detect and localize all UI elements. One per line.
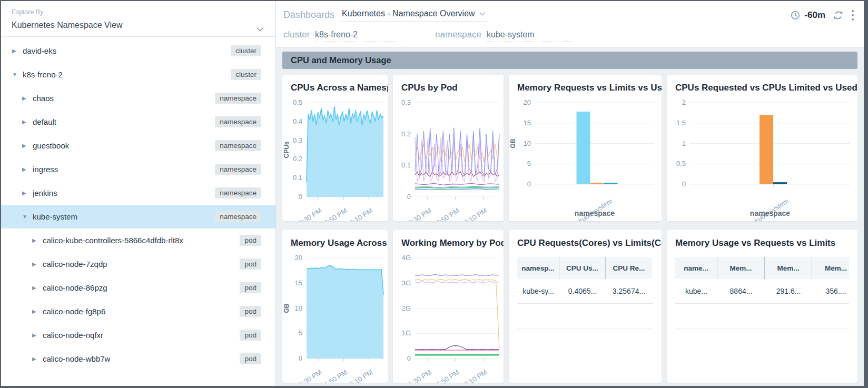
- data-table: name...Mem...Mem...Mem...kube...8864...2…: [675, 257, 849, 329]
- table-column-header[interactable]: Mem...: [812, 257, 849, 279]
- svg-text:0: 0: [682, 180, 686, 188]
- tree-item-ingress[interactable]: ▶ingressnamespace: [1, 157, 275, 181]
- expand-icon[interactable]: ▶: [22, 190, 33, 196]
- chart-card-0[interactable]: CPUs Across a Namespace00.10.20.30.40.5C…: [282, 75, 388, 221]
- expand-icon[interactable]: ▶: [32, 332, 43, 338]
- tree-item-kube-system[interactable]: ▼kube-systemnamespace: [1, 205, 275, 228]
- tree-item-calico-node-86pzg[interactable]: ▶calico-node-86pzgpod: [1, 276, 275, 300]
- chart-body: 01G2G3G4G06:30 PM06:50 PM07:10 PM: [393, 250, 504, 383]
- table-column-header[interactable]: Mem...: [717, 257, 765, 279]
- tree-item-calico-node-7zqdp[interactable]: ▶calico-node-7zqdppod: [1, 252, 275, 276]
- chart-title: Memory Usage Across a Namespace: [282, 230, 388, 250]
- expand-icon[interactable]: ▶: [22, 119, 33, 125]
- svg-text:3G: 3G: [402, 279, 411, 287]
- chart-card-7[interactable]: Memory Usage vs Requests vs Limitsname..…: [667, 230, 857, 383]
- tree-item-jenkins[interactable]: ▶jenkinsnamespace: [1, 181, 275, 205]
- expand-icon[interactable]: ▶: [22, 143, 33, 148]
- expand-icon[interactable]: ▶: [32, 356, 43, 362]
- tree-item-label: default: [33, 117, 56, 126]
- svg-text:10: 10: [295, 304, 302, 312]
- chevron-down-icon: [479, 12, 486, 16]
- tree-item-david-eks[interactable]: ▶david-ekscluster: [1, 39, 275, 63]
- table-cell: 0.4065...: [559, 279, 606, 303]
- svg-text:07:10 PM: 07:10 PM: [345, 206, 374, 221]
- svg-text:0.3: 0.3: [293, 136, 302, 144]
- expand-icon[interactable]: ▶: [12, 48, 23, 54]
- svg-text:5: 5: [527, 160, 531, 167]
- more-menu-button[interactable]: [851, 9, 854, 21]
- scope-cluster-value[interactable]: k8s-freno-2: [315, 30, 403, 42]
- svg-text:1: 1: [682, 140, 686, 147]
- table-cell: 356....: [812, 279, 849, 303]
- expand-icon[interactable]: ▶: [32, 237, 43, 243]
- type-badge: namespace: [215, 93, 261, 104]
- tree-item-guestbook[interactable]: ▶guestbooknamespace: [1, 134, 275, 157]
- scope-namespace: namespace kube-system: [435, 29, 575, 42]
- chart-title: CPU Requests(Cores) vs Limits(Cores): [509, 230, 662, 250]
- chart-body: 00.10.20.306:30 PM06:50 PM07:10 PM: [393, 94, 504, 221]
- chart-card-1[interactable]: CPUs by Pod00.10.20.306:30 PM06:50 PM07:…: [393, 75, 504, 221]
- svg-text:0: 0: [299, 354, 302, 362]
- chart-body: 00.511.52kube-systemnamespace: [667, 94, 857, 221]
- tree-item-default[interactable]: ▶defaultnamespace: [1, 110, 275, 134]
- tree-item-label: kube-system: [33, 212, 77, 221]
- scope-cluster-label: cluster: [283, 29, 310, 40]
- expand-icon[interactable]: ▶: [22, 166, 33, 172]
- tree-item-label: chaos: [33, 94, 54, 103]
- chart-card-2[interactable]: Memory Requests vs Limits vs Usage051015…: [509, 75, 662, 221]
- section-header[interactable]: CPU and Memory Usage: [282, 52, 857, 69]
- time-range-selector[interactable]: -60m: [790, 10, 825, 21]
- type-badge: pod: [240, 353, 261, 364]
- chart-card-3[interactable]: CPUs Requested vs CPUs Limited vs Used00…: [667, 75, 857, 221]
- table-cell: 8864...: [717, 279, 765, 303]
- svg-text:0: 0: [299, 193, 302, 201]
- svg-text:06:30 PM: 06:30 PM: [404, 206, 433, 221]
- expand-icon[interactable]: ▶: [32, 261, 43, 267]
- tree-item-calico-node-fg8p6[interactable]: ▶calico-node-fg8p6pod: [1, 300, 275, 323]
- chart-card-4[interactable]: Memory Usage Across a Namespace05101520G…: [282, 230, 388, 383]
- table-empty-row: [675, 304, 849, 329]
- scope-cluster: cluster k8s-freno-2: [283, 29, 403, 42]
- collapse-icon[interactable]: ▼: [22, 214, 33, 220]
- svg-text:0.2: 0.2: [293, 155, 302, 163]
- dashboards-label: Dashboards: [283, 9, 334, 21]
- refresh-button[interactable]: [833, 10, 844, 21]
- explore-by-label: Explore By: [12, 8, 265, 16]
- chart-card-6[interactable]: CPU Requests(Cores) vs Limits(Cores)name…: [509, 230, 662, 383]
- svg-text:1G: 1G: [402, 329, 411, 337]
- table-column-header[interactable]: CPU Re...: [606, 257, 652, 279]
- dashboard-panel: Dashboards Kubernetes - Namespace Overvi…: [276, 1, 864, 386]
- tree-item-calico-node-nqfxr[interactable]: ▶calico-node-nqfxrpod: [1, 323, 275, 347]
- scope-namespace-label: namespace: [435, 29, 481, 40]
- type-badge: namespace: [215, 211, 261, 222]
- collapse-icon[interactable]: ▼: [12, 72, 23, 77]
- table-row[interactable]: kube...8864...291.6...356....: [675, 279, 849, 304]
- svg-text:5: 5: [299, 329, 302, 337]
- svg-text:07:10 PM: 07:10 PM: [459, 368, 488, 383]
- expand-icon[interactable]: ▶: [32, 309, 43, 314]
- table-column-header[interactable]: name...: [675, 257, 717, 279]
- explore-by-selector[interactable]: Explore By Kubernetes Namespace View: [1, 1, 275, 37]
- svg-text:20: 20: [524, 98, 531, 106]
- dashboard-select[interactable]: Kubernetes - Namespace Overview: [340, 8, 488, 22]
- chevron-down-icon[interactable]: [257, 24, 264, 34]
- svg-text:0.2: 0.2: [401, 130, 411, 138]
- scope-namespace-value[interactable]: kube-system: [487, 30, 575, 42]
- tree-item-calico-node-wbb7w[interactable]: ▶calico-node-wbb7wpod: [1, 347, 275, 371]
- expand-icon[interactable]: ▶: [32, 285, 43, 291]
- svg-text:0: 0: [527, 180, 531, 188]
- table-column-header[interactable]: CPU Us...: [559, 257, 606, 279]
- tree-item-calico-kube-controllers-5866c4dfdb-rlt8x[interactable]: ▶calico-kube-controllers-5866c4dfdb-rlt8…: [1, 228, 275, 252]
- expand-icon[interactable]: ▶: [22, 95, 33, 101]
- data-table: namesp...CPU Us...CPU Re...kube-sy...0.4…: [517, 257, 653, 329]
- table-row[interactable]: kube-sy...0.4065...3.25674...: [517, 279, 653, 304]
- tree-item-k8s-freno-2[interactable]: ▼k8s-freno-2cluster: [1, 63, 275, 86]
- table-column-header[interactable]: namesp...: [517, 257, 559, 279]
- table-cell: kube-sy...: [517, 279, 559, 303]
- table-column-header[interactable]: Mem...: [765, 257, 812, 279]
- chart-card-5[interactable]: Working Memory by Pod01G2G3G4G06:30 PM06…: [393, 230, 504, 383]
- svg-text:06:30 PM: 06:30 PM: [294, 206, 323, 221]
- tree-item-chaos[interactable]: ▶chaosnamespace: [1, 86, 275, 110]
- bar-chart-svg: 00.511.52kube-systemnamespace: [667, 94, 857, 221]
- chart-body: 00.10.20.30.40.5CPUs06:30 PM06:50 PM07:1…: [282, 94, 388, 221]
